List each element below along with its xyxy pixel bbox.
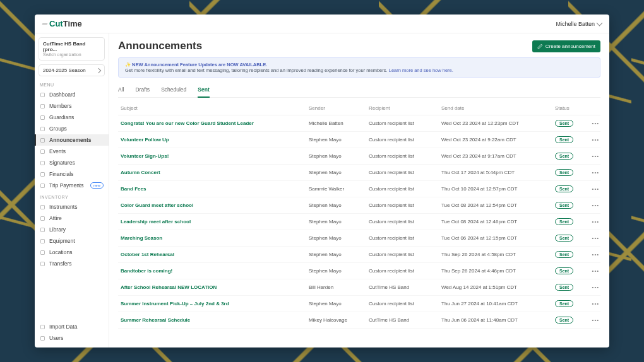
tab-sent[interactable]: Sent bbox=[198, 84, 209, 98]
row-actions-button[interactable]: ••• bbox=[587, 235, 599, 241]
sidebar-item-users[interactable]: Users bbox=[35, 332, 109, 344]
sidebar-item-guardians[interactable]: Guardians bbox=[35, 112, 109, 123]
tab-all[interactable]: All bbox=[118, 84, 124, 97]
announcement-link[interactable]: Summer Instrument Pick-Up – July 2nd & 3… bbox=[121, 301, 309, 307]
status-cell: Sent bbox=[555, 202, 587, 209]
import-icon bbox=[40, 324, 45, 330]
date-cell: Thu Oct 10 2024 at 12:57pm CDT bbox=[441, 186, 555, 192]
sidebar-item-signatures[interactable]: Signatures bbox=[35, 157, 109, 168]
col-date: Send date bbox=[441, 105, 555, 111]
groups-icon bbox=[40, 126, 45, 132]
create-announcement-button[interactable]: Create announcement bbox=[532, 40, 600, 52]
announcement-link[interactable]: After School Rehearsal NEW LOCATION bbox=[121, 284, 309, 290]
table-row: Volunteer Follow UpStephen MayoCustom re… bbox=[118, 132, 600, 148]
table-row: Congrats! You are our new Color Guard St… bbox=[118, 115, 600, 132]
tab-scheduled[interactable]: Scheduled bbox=[161, 84, 186, 97]
recipient-cell: Custom recipient list bbox=[369, 301, 441, 307]
sidebar-item-announcements[interactable]: Announcements bbox=[35, 134, 109, 146]
org-switcher[interactable]: CutTime HS Band (pro... Switch organizat… bbox=[39, 37, 105, 61]
sidebar-item-instruments[interactable]: Instruments bbox=[35, 201, 109, 213]
announcement-link[interactable]: Marching Season bbox=[121, 235, 309, 241]
sidebar-item-members[interactable]: Members bbox=[35, 100, 109, 112]
sidebar-item-label: Groups bbox=[49, 126, 67, 132]
svg-rect-4 bbox=[41, 138, 45, 142]
status-badge: Sent bbox=[555, 218, 573, 225]
recipient-cell: Custom recipient list bbox=[369, 219, 441, 225]
announcement-link[interactable]: Autumn Concert bbox=[121, 170, 309, 175]
row-actions-button[interactable]: ••• bbox=[587, 170, 599, 175]
sidebar-item-label: Members bbox=[49, 103, 71, 109]
announcement-link[interactable]: Leadership meet after school bbox=[121, 219, 309, 225]
users-icon bbox=[40, 336, 45, 341]
recipient-cell: Custom recipient list bbox=[369, 268, 441, 274]
row-actions-button[interactable]: ••• bbox=[587, 202, 599, 208]
tab-drafts[interactable]: Drafts bbox=[135, 84, 150, 97]
sidebar-item-label: Locations bbox=[49, 249, 72, 255]
user-menu[interactable]: Michelle Batten bbox=[556, 21, 602, 27]
sidebar-item-label: Users bbox=[49, 335, 63, 341]
status-badge: Sent bbox=[555, 169, 573, 176]
status-cell: Sent bbox=[555, 136, 587, 143]
announcement-link[interactable]: Summer Rehearsal Schedule bbox=[121, 317, 309, 323]
status-cell: Sent bbox=[555, 251, 587, 258]
status-cell: Sent bbox=[555, 284, 587, 291]
svg-rect-3 bbox=[41, 127, 45, 131]
sender-cell: Stephen Mayo bbox=[309, 170, 369, 175]
svg-rect-0 bbox=[41, 93, 45, 96]
sidebar-item-attire[interactable]: Attire bbox=[35, 213, 109, 224]
trip-icon bbox=[40, 183, 45, 189]
status-badge: Sent bbox=[555, 136, 573, 143]
table-row: After School Rehearsal NEW LOCATIONBill … bbox=[118, 279, 600, 296]
announcement-link[interactable]: Congrats! You are our new Color Guard St… bbox=[121, 120, 309, 126]
sidebar-item-groups[interactable]: Groups bbox=[35, 123, 109, 134]
status-badge: Sent bbox=[555, 235, 573, 242]
row-actions-button[interactable]: ••• bbox=[587, 317, 599, 323]
row-actions-button[interactable]: ••• bbox=[587, 252, 599, 257]
row-actions-button[interactable]: ••• bbox=[587, 153, 599, 159]
row-actions-button[interactable]: ••• bbox=[587, 219, 599, 225]
chevron-down-icon bbox=[597, 20, 603, 26]
recipient-cell: Custom recipient list bbox=[369, 170, 441, 175]
svg-rect-1 bbox=[41, 104, 45, 108]
season-select[interactable]: 2024-2025 Season bbox=[39, 64, 105, 76]
col-status: Status bbox=[555, 105, 587, 111]
announcement-link[interactable]: Volunteer Follow Up bbox=[121, 137, 309, 143]
date-cell: Wed Oct 23 2024 at 12:23pm CDT bbox=[441, 120, 555, 126]
announcement-link[interactable]: October 1st Rehearsal bbox=[121, 252, 309, 257]
announcement-link[interactable]: Color Guard meet after school bbox=[121, 202, 309, 208]
announcement-link[interactable]: Band Fees bbox=[121, 186, 309, 192]
sidebar-item-equipment[interactable]: Equipment bbox=[35, 235, 109, 247]
table-row: Summer Instrument Pick-Up – July 2nd & 3… bbox=[118, 296, 600, 312]
sidebar-item-locations[interactable]: Locations bbox=[35, 247, 109, 258]
sidebar-item-dashboard[interactable]: Dashboard bbox=[35, 89, 109, 100]
svg-rect-13 bbox=[41, 250, 45, 254]
row-actions-button[interactable]: ••• bbox=[587, 268, 599, 274]
row-actions-button[interactable]: ••• bbox=[587, 186, 599, 192]
sidebar-item-transfers[interactable]: Transfers bbox=[35, 258, 109, 269]
chevron-right-icon bbox=[96, 67, 101, 73]
sidebar-item-financials[interactable]: Financials bbox=[35, 168, 109, 180]
row-actions-button[interactable]: ••• bbox=[587, 120, 599, 126]
status-cell: Sent bbox=[555, 120, 587, 127]
sidebar-item-trip-payments[interactable]: Trip Paymentsnew bbox=[35, 180, 109, 191]
sidebar-item-library[interactable]: Library bbox=[35, 224, 109, 235]
attire-icon bbox=[40, 216, 45, 221]
sidebar-item-events[interactable]: Events bbox=[35, 146, 109, 157]
announcement-link[interactable]: Bandtober is coming! bbox=[121, 268, 309, 274]
recipient-cell: Custom recipient list bbox=[369, 120, 441, 126]
sidebar-item-label: Library bbox=[49, 226, 66, 233]
announcement-link[interactable]: Volunteer Sign-Ups! bbox=[121, 153, 309, 159]
status-badge: Sent bbox=[555, 300, 573, 307]
status-badge: Sent bbox=[555, 153, 573, 160]
row-actions-button[interactable]: ••• bbox=[587, 301, 599, 307]
sidebar-item-label: Transfers bbox=[49, 260, 72, 267]
svg-rect-11 bbox=[41, 228, 45, 231]
row-actions-button[interactable]: ••• bbox=[587, 284, 599, 290]
date-cell: Tue Oct 08 2024 at 12:46pm CDT bbox=[441, 219, 555, 225]
sidebar-item-import-data[interactable]: Import Data bbox=[35, 321, 109, 332]
row-actions-button[interactable]: ••• bbox=[587, 137, 599, 143]
banner-link[interactable]: Learn more and see how here. bbox=[389, 67, 453, 73]
svg-rect-6 bbox=[41, 161, 45, 165]
sender-cell: Stephen Mayo bbox=[309, 219, 369, 225]
col-recipient: Recipient bbox=[369, 105, 441, 111]
